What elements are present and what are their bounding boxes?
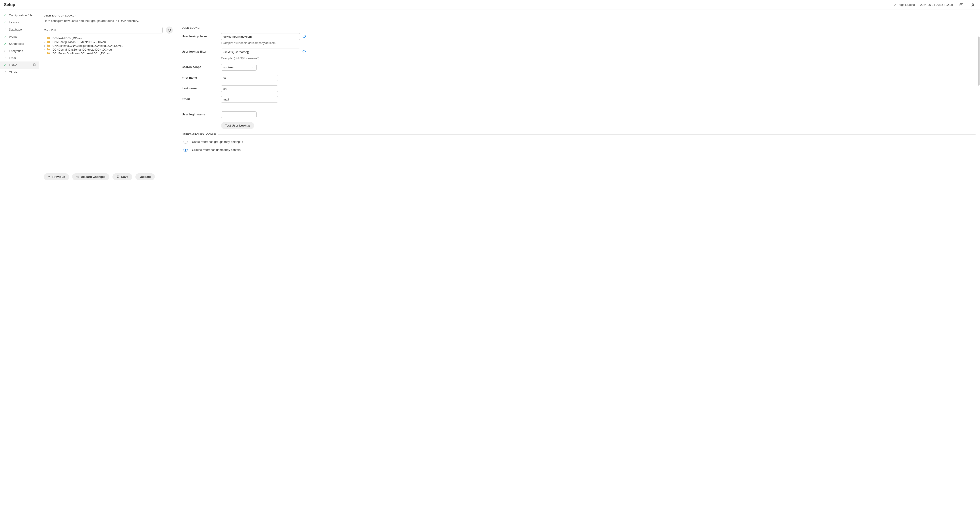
- user-lookup-base-hint: Example: ou=people,dc=company,dc=com: [221, 41, 306, 45]
- save-icon: [116, 175, 119, 178]
- svg-rect-7: [34, 65, 35, 66]
- check-icon: [3, 42, 7, 45]
- tree-node-label: CN=Configuration,DC=testd,DC= ,DC=eu: [52, 40, 106, 44]
- root-dn-panel: Root DN › DC=testd,DC= ,DC=eu › CN=Confi…: [44, 27, 173, 55]
- sidebar-item-email[interactable]: Email: [0, 54, 39, 62]
- chevron-right-icon: ›: [44, 52, 46, 55]
- user-login-name-input[interactable]: [221, 112, 256, 118]
- svg-rect-15: [118, 176, 118, 177]
- divider: [204, 28, 975, 28]
- sidebar-item-configuration-file[interactable]: Configuration File: [0, 11, 39, 19]
- radio-label: Users reference groups they belong to: [192, 140, 243, 143]
- check-icon: [3, 21, 7, 24]
- tree-node[interactable]: › DC=ForestDnsZones,DC=testd,DC= ,DC=eu: [44, 51, 173, 55]
- tree-node[interactable]: › CN=Configuration,DC=testd,DC= ,DC=eu: [44, 40, 173, 44]
- dn-tree: › DC=testd,DC= ,DC=eu › CN=Configuration…: [44, 36, 173, 55]
- radio-label: Groups reference users they contain: [192, 148, 240, 151]
- tree-node[interactable]: › DC=testd,DC= ,DC=eu: [44, 36, 173, 40]
- save-button[interactable]: Save: [113, 173, 132, 180]
- tree-node-label: CN=Schema,CN=Configuration,DC=testd,DC= …: [52, 44, 123, 48]
- email-label: Email: [182, 96, 221, 101]
- test-user-lookup-button[interactable]: Test User Lookup: [221, 122, 254, 129]
- last-name-label: Last name: [182, 85, 221, 90]
- sidebar-item-label: Database: [9, 28, 22, 31]
- footer: Previous Discard Changes Save Validate: [39, 169, 980, 185]
- sidebar-item-license[interactable]: License: [0, 19, 39, 26]
- svg-point-11: [304, 35, 304, 36]
- unsaved-indicator-icon: [33, 63, 36, 67]
- folder-icon: [47, 44, 50, 48]
- key-icon: [3, 56, 7, 60]
- sidebar-item-label: Cluster: [9, 71, 19, 74]
- section-subtitle: Here configure how users and their group…: [44, 19, 975, 22]
- info-icon[interactable]: [302, 50, 306, 54]
- sidebar-item-sandboxes[interactable]: Sandboxes: [0, 40, 39, 47]
- svg-rect-6: [34, 64, 35, 64]
- page-title: Setup: [4, 2, 15, 7]
- root-dn-label: Root DN: [44, 29, 56, 32]
- comments-icon[interactable]: [958, 2, 964, 8]
- sidebar-item-label: LDAP: [9, 64, 17, 67]
- chevrons-left-icon: [48, 175, 51, 178]
- partial-input[interactable]: [221, 156, 300, 158]
- check-icon: [893, 3, 896, 6]
- button-label: Previous: [52, 175, 65, 179]
- email-input[interactable]: [221, 96, 278, 103]
- first-name-label: First name: [182, 75, 221, 79]
- check-icon: [3, 28, 7, 31]
- check-icon: [3, 13, 7, 17]
- user-lookup-filter-hint: Example: (uid=$${username}): [221, 57, 306, 60]
- first-name-input[interactable]: [221, 75, 278, 81]
- search-scope-value: subtree: [223, 66, 234, 69]
- tree-node-label: DC=testd,DC= ,DC=eu: [52, 37, 82, 40]
- sidebar-item-database[interactable]: Database: [0, 26, 39, 33]
- sidebar-item-label: Sandboxes: [9, 42, 24, 45]
- sidebar-item-label: Configuration File: [9, 14, 32, 17]
- discard-changes-button[interactable]: Discard Changes: [72, 173, 109, 180]
- validate-button[interactable]: Validate: [135, 173, 155, 180]
- radio-users-reference-groups[interactable]: [183, 140, 188, 144]
- user-icon[interactable]: [970, 2, 976, 8]
- check-icon: [3, 63, 7, 67]
- chevron-down-icon: [251, 66, 254, 69]
- radio-groups-reference-users[interactable]: [183, 148, 188, 152]
- topbar-right: Page Loaded 2024-06-24 09:15 +02:00: [893, 2, 976, 8]
- sidebar-item-ldap[interactable]: LDAP: [0, 62, 39, 69]
- svg-point-5: [4, 58, 5, 59]
- timestamp: 2024-06-24 09:15 +02:00: [920, 3, 953, 6]
- sidebar-item-encryption[interactable]: Encryption: [0, 47, 39, 54]
- svg-point-14: [304, 51, 304, 51]
- button-label: Validate: [139, 175, 151, 179]
- tree-node[interactable]: › CN=Schema,CN=Configuration,DC=testd,DC…: [44, 44, 173, 48]
- button-label: Discard Changes: [81, 175, 105, 179]
- folder-icon: [47, 48, 50, 51]
- last-name-input[interactable]: [221, 85, 278, 92]
- user-lookup-base-input[interactable]: [221, 33, 300, 40]
- main-content: USER & GROUP LOOKUP Here configure how u…: [39, 10, 980, 526]
- sidebar-item-cluster[interactable]: Cluster: [0, 69, 39, 76]
- search-scope-select[interactable]: subtree: [221, 64, 256, 71]
- button-label: Save: [121, 175, 128, 179]
- user-lookup-title: USER LOOKUP: [182, 27, 201, 29]
- svg-rect-16: [118, 177, 118, 178]
- chevron-right-icon: ›: [44, 37, 46, 40]
- refresh-icon: [168, 29, 171, 32]
- sidebar-item-worker[interactable]: Worker: [0, 33, 39, 40]
- undo-icon: [76, 175, 79, 178]
- user-lookup-filter-label: User lookup filter: [182, 49, 221, 53]
- user-login-name-label: User login name: [182, 112, 221, 116]
- folder-icon: [47, 37, 50, 40]
- root-dn-input[interactable]: [59, 27, 162, 33]
- chevron-right-icon: ›: [44, 48, 46, 51]
- search-scope-label: Search scope: [182, 64, 221, 69]
- info-icon[interactable]: [302, 35, 306, 38]
- tree-node-label: DC=DomainDnsZones,DC=testd,DC= ,DC=eu: [52, 48, 112, 51]
- previous-button[interactable]: Previous: [44, 173, 69, 180]
- user-lookup-filter-input[interactable]: [221, 49, 300, 55]
- divider: [218, 134, 975, 135]
- tree-node[interactable]: › DC=DomainDnsZones,DC=testd,DC= ,DC=eu: [44, 48, 173, 51]
- refresh-button[interactable]: [166, 27, 173, 33]
- folder-icon: [47, 52, 50, 55]
- chevron-right-icon: ›: [44, 40, 46, 44]
- svg-point-3: [972, 3, 974, 5]
